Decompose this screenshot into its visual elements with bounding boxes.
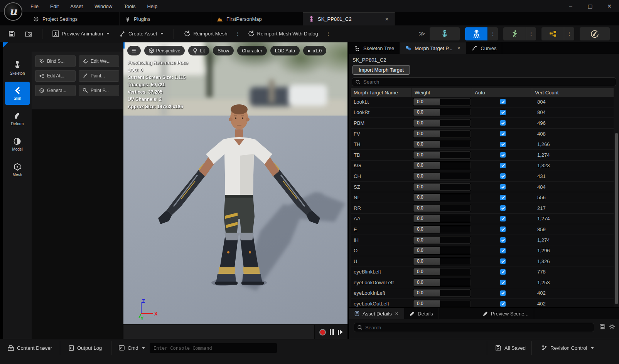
menu-edit[interactable]: Edit xyxy=(45,2,64,11)
auto-checkbox[interactable] xyxy=(500,248,506,254)
morph-target-row[interactable]: U 0.0 1,326 xyxy=(351,256,614,267)
weight-spinbox[interactable]: 0.0 xyxy=(413,183,471,191)
morph-target-row[interactable]: LookRt 0.0 804 xyxy=(351,107,614,118)
weight-spinbox[interactable]: 0.0 xyxy=(413,98,471,106)
save-button[interactable] xyxy=(5,28,18,39)
rail-item-skin[interactable]: Skin xyxy=(5,82,30,105)
morph-search-box[interactable]: Search xyxy=(352,77,616,86)
viewport-menu-button[interactable]: ☰ xyxy=(127,46,141,55)
tab-close-icon[interactable]: ✕ xyxy=(383,16,391,23)
preview-animation-button[interactable]: Preview Animation xyxy=(49,28,113,39)
tab-close-icon[interactable]: ✕ xyxy=(457,46,460,51)
step-forward-button[interactable] xyxy=(338,330,343,335)
tab-skeleton-tree[interactable]: Skeleton Tree xyxy=(349,42,400,54)
details-search-box[interactable]: Search xyxy=(354,323,594,332)
auto-checkbox[interactable] xyxy=(500,173,506,179)
auto-checkbox[interactable] xyxy=(500,279,506,285)
auto-checkbox[interactable] xyxy=(500,163,506,169)
weight-spinbox[interactable]: 0.0 xyxy=(413,225,471,233)
menu-window[interactable]: Window xyxy=(89,2,117,11)
morph-target-row[interactable]: NL 0.0 556 xyxy=(351,192,614,203)
auto-checkbox[interactable] xyxy=(500,120,506,126)
maximize-button[interactable]: ▢ xyxy=(580,0,600,12)
kebab-menu-icon[interactable]: ⋮ xyxy=(564,27,574,40)
auto-checkbox[interactable] xyxy=(500,216,506,222)
lod-auto-button[interactable]: LOD Auto xyxy=(270,46,300,55)
column-auto[interactable]: Auto xyxy=(472,88,532,97)
character-button[interactable]: Character xyxy=(237,46,267,55)
weight-spinbox[interactable]: 0.0 xyxy=(413,278,471,287)
tab-firstpersonmap[interactable]: FirstPersonMap xyxy=(211,12,303,25)
auto-checkbox[interactable] xyxy=(500,269,506,275)
tab-plugins[interactable]: Plugins xyxy=(120,12,211,25)
reimport-mesh-button[interactable]: Reimport Mesh xyxy=(181,28,230,39)
settings-gear-icon[interactable] xyxy=(609,324,615,330)
tab-close-icon[interactable]: ✕ xyxy=(395,311,398,316)
auto-checkbox[interactable] xyxy=(500,237,506,243)
3d-viewport[interactable]: ☰ Perspective Lit Show Character LOD Aut… xyxy=(123,42,347,324)
rail-item-mesh[interactable]: Mesh xyxy=(5,158,30,181)
perspective-button[interactable]: Perspective xyxy=(144,46,185,55)
weight-spinbox[interactable]: 0.0 xyxy=(413,140,471,148)
bind-skin-button[interactable]: Bind S... xyxy=(35,55,76,67)
auto-checkbox[interactable] xyxy=(500,205,506,211)
weight-spinbox[interactable]: 0.0 xyxy=(413,289,471,297)
weight-spinbox[interactable]: 0.0 xyxy=(413,300,471,307)
create-asset-button[interactable]: Create Asset xyxy=(116,29,167,39)
morph-table-header[interactable]: Morph Target Name Weight Auto Vert Count xyxy=(351,88,614,97)
weight-spinbox[interactable]: 0.0 xyxy=(413,193,471,201)
morph-target-row[interactable]: eyeLookInLeft 0.0 402 xyxy=(351,288,614,299)
auto-checkbox[interactable] xyxy=(500,152,506,158)
pause-button[interactable] xyxy=(330,329,334,335)
all-saved-button[interactable]: All Saved xyxy=(491,342,530,354)
rail-item-deform[interactable]: Deform xyxy=(5,107,30,130)
morph-target-row[interactable]: KG 0.0 1,323 xyxy=(351,161,614,171)
save-settings-icon[interactable] xyxy=(599,324,606,330)
animation-editor-button[interactable] xyxy=(503,27,526,40)
tab-project-settings[interactable]: Project Settings xyxy=(28,12,120,25)
column-morph-target-name[interactable]: Morph Target Name xyxy=(351,88,412,97)
auto-checkbox[interactable] xyxy=(500,131,506,137)
lit-button[interactable]: Lit xyxy=(188,46,209,55)
physics-asset-button[interactable] xyxy=(580,27,610,40)
revision-control-button[interactable]: Revision Control xyxy=(537,342,599,354)
morph-target-row[interactable]: eyeLookOutLeft 0.0 402 xyxy=(351,299,614,307)
tab-curves[interactable]: Curves xyxy=(466,42,502,54)
auto-checkbox[interactable] xyxy=(500,141,506,148)
morph-target-row[interactable]: eyeBlinkLeft 0.0 778 xyxy=(351,267,614,278)
paint-button[interactable]: Paint... xyxy=(79,70,119,82)
menu-tools[interactable]: Tools xyxy=(119,2,140,11)
paint-props-button[interactable]: Paint P... xyxy=(79,85,119,96)
weight-spinbox[interactable]: 0.0 xyxy=(413,130,471,138)
weight-spinbox[interactable]: 0.0 xyxy=(413,119,471,127)
console-command-input[interactable]: Enter Console Command xyxy=(150,343,277,353)
morph-target-row[interactable]: FV 0.0 408 xyxy=(351,129,614,139)
auto-checkbox[interactable] xyxy=(500,184,506,190)
animation-timeline[interactable] xyxy=(123,324,347,339)
auto-checkbox[interactable] xyxy=(500,226,506,232)
playback-speed-button[interactable]: ▶ x1.0 xyxy=(303,46,326,55)
weight-spinbox[interactable]: 0.0 xyxy=(413,268,471,276)
weight-spinbox[interactable]: 0.0 xyxy=(413,151,471,159)
weight-spinbox[interactable]: 0.0 xyxy=(413,236,471,244)
toolbar-overflow-icon[interactable]: ≫ xyxy=(418,30,424,38)
auto-checkbox[interactable] xyxy=(500,109,506,116)
tab-asset-details[interactable]: Asset Details ✕ xyxy=(349,308,404,319)
morph-target-row[interactable]: TH 0.0 1,266 xyxy=(351,139,614,150)
tab-morph-target-previewer[interactable]: Morph Target P... ✕ xyxy=(400,42,466,54)
morph-target-row[interactable]: IH 0.0 1,274 xyxy=(351,235,614,246)
morph-target-row[interactable]: AA 0.0 1,274 xyxy=(351,214,614,225)
menu-help[interactable]: Help xyxy=(142,2,162,11)
kebab-menu-icon[interactable]: ⋮ xyxy=(234,29,241,38)
cmd-selector[interactable]: Cmd xyxy=(114,342,150,354)
menu-file[interactable]: File xyxy=(25,2,44,11)
auto-checkbox[interactable] xyxy=(500,301,506,307)
menu-asset[interactable]: Asset xyxy=(65,2,88,11)
morph-target-row[interactable]: TD 0.0 1,274 xyxy=(351,150,614,161)
minimize-button[interactable]: – xyxy=(561,0,580,12)
weight-spinbox[interactable]: 0.0 xyxy=(413,257,471,265)
close-button[interactable]: ✕ xyxy=(600,0,619,12)
morph-target-row[interactable]: O 0.0 1,296 xyxy=(351,245,614,256)
auto-checkbox[interactable] xyxy=(500,99,506,105)
morph-target-row[interactable]: PBM 0.0 496 xyxy=(351,118,614,129)
